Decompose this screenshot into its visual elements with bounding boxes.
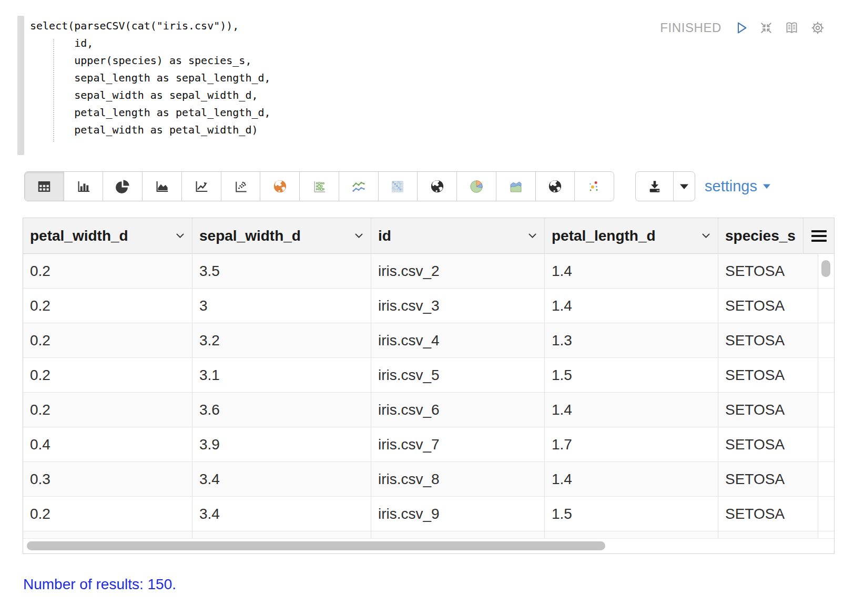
horizontal-scrollbar[interactable] (24, 538, 833, 553)
map-chart-button[interactable] (260, 172, 300, 201)
table-cell: 1.7 (545, 427, 718, 461)
table-row: 0.23.6iris.csv_61.4SETOSA (23, 393, 834, 427)
code-line: petal_width as petal_width_d) (30, 121, 640, 139)
chevron-down-icon[interactable] (528, 233, 537, 239)
vertical-scrollbar-thumb[interactable] (821, 260, 830, 277)
table-cell: iris.csv_6 (371, 393, 545, 427)
table-cell: 3.4 (192, 462, 371, 496)
download-button[interactable] (636, 172, 674, 201)
pie-chart-button[interactable] (103, 172, 143, 201)
table-cell: 1.5 (545, 497, 718, 531)
horizontal-scrollbar-thumb[interactable] (27, 541, 605, 550)
bar-chart-button[interactable] (64, 172, 104, 201)
code-line: select(parseCSV(cat("iris.csv")), (30, 17, 640, 35)
column-label: petal_length_d (552, 228, 656, 244)
chevron-down-icon[interactable] (702, 233, 710, 239)
table-row-partial (23, 531, 834, 539)
column-header-id[interactable]: id (371, 218, 545, 253)
table-cell: 1.4 (545, 462, 718, 496)
chart-type-group (24, 171, 614, 201)
table-cell: iris.csv_5 (371, 358, 545, 392)
column-header-sepal_width_d[interactable]: sepal_width_d (192, 218, 371, 253)
table-header-row: petal_width_dsepal_width_didpetal_length… (23, 218, 834, 254)
stacked-area-chart-button[interactable] (496, 172, 536, 201)
table-cell (371, 531, 545, 539)
play-icon (733, 20, 749, 36)
line-chart-button[interactable] (182, 172, 221, 201)
table-row: 0.23iris.csv_31.4SETOSA (23, 289, 834, 323)
column-header-petal_width_d[interactable]: petal_width_d (23, 218, 192, 253)
table-cell: SETOSA (718, 393, 818, 427)
table-cell: 1.4 (545, 289, 718, 323)
scatter-color-chart-button[interactable] (575, 172, 614, 201)
table-cell: 3 (192, 289, 371, 323)
pie-chart-icon (115, 179, 130, 194)
table-cell (192, 531, 371, 539)
area-chart-icon (154, 179, 170, 194)
heatmap-chart-button[interactable] (379, 172, 418, 201)
table-cell: 0.3 (23, 462, 192, 496)
table-cell: 1.5 (545, 358, 718, 392)
gear-icon (810, 20, 826, 36)
collapse-paragraph-button[interactable] (759, 20, 774, 35)
column-header-petal_length_d[interactable]: petal_length_d (545, 218, 718, 253)
globe-chart-button[interactable] (418, 172, 457, 201)
table-cell (545, 531, 718, 539)
column-label: sepal_width_d (199, 228, 301, 244)
settings-button[interactable]: settings (705, 171, 771, 201)
table-cell: 0.4 (23, 427, 192, 461)
table-cell: iris.csv_3 (371, 289, 545, 323)
table-cell: 3.9 (192, 427, 371, 461)
code-line: id, (30, 35, 640, 52)
globe-orange-icon (272, 179, 288, 194)
table-row: 0.23.2iris.csv_41.3SETOSA (23, 323, 834, 358)
column-label: id (378, 228, 391, 244)
table-cell: 3.5 (192, 254, 371, 288)
table-cell: SETOSA (718, 462, 818, 496)
run-paragraph-button[interactable] (733, 20, 749, 36)
table-cell (23, 531, 192, 539)
table-cell: 0.2 (23, 323, 192, 357)
table-cell: 3.4 (192, 497, 371, 531)
download-menu-button[interactable] (674, 172, 695, 201)
table-cell: iris.csv_4 (371, 323, 545, 357)
scrollbar-gutter (818, 531, 834, 538)
stacked-area-icon (508, 179, 524, 194)
multi-line-chart-button[interactable] (339, 172, 379, 201)
scatter-chart-button[interactable] (221, 172, 261, 201)
column-label: species_s (725, 228, 796, 244)
book-icon (784, 20, 800, 36)
table-cell: 0.2 (23, 393, 192, 427)
heatmap-icon (390, 179, 405, 194)
chevron-down-icon[interactable] (176, 233, 185, 239)
table-view-button[interactable] (25, 172, 64, 201)
paragraph-settings-button[interactable] (810, 20, 826, 36)
table-cell: iris.csv_7 (371, 427, 545, 461)
table-row: 0.33.4iris.csv_81.4SETOSA (23, 462, 834, 497)
column-label: petal_width_d (30, 228, 128, 244)
table-cell: SETOSA (718, 358, 818, 392)
scrollbar-gutter (818, 358, 834, 392)
pie-color-chart-button[interactable] (457, 172, 496, 201)
chevron-down-icon[interactable] (354, 233, 363, 239)
compress-icon (759, 20, 774, 35)
grid-menu-button[interactable] (804, 218, 834, 253)
table-icon (36, 179, 52, 194)
area-chart-button[interactable] (143, 172, 182, 201)
results-table: petal_width_dsepal_width_didpetal_length… (23, 218, 835, 554)
pie-color-icon (469, 179, 484, 194)
scrollbar-gutter (818, 393, 834, 427)
table-cell: 0.2 (23, 497, 192, 531)
column-header-species_s[interactable]: species_s (718, 218, 804, 253)
code-editor[interactable]: select(parseCSV(cat("iris.csv")), id, up… (30, 17, 640, 139)
menu-icon (811, 230, 827, 242)
bubble-matrix-button[interactable] (300, 172, 339, 201)
scatter-chart-icon (233, 179, 249, 194)
table-cell: SETOSA (718, 427, 818, 461)
paragraph-side-bar (17, 16, 24, 155)
scatter-color-icon (586, 179, 602, 194)
globe-chart-2-button[interactable] (536, 172, 575, 201)
show-editor-button[interactable] (784, 20, 800, 36)
table-cell: 1.4 (545, 254, 718, 288)
download-group (635, 171, 695, 201)
